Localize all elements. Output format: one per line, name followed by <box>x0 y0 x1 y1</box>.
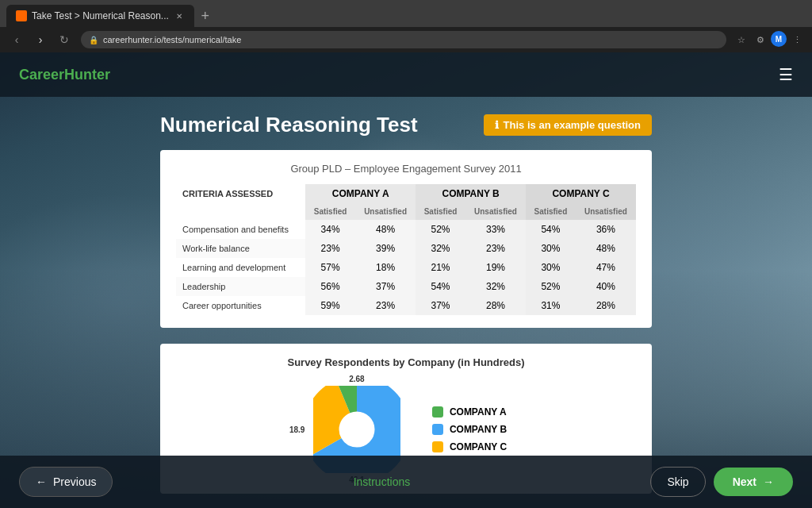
table-cell: 34% <box>305 220 355 239</box>
nav-bar: ‹ › ↻ 🔒 careerhunter.io/tests/numerical/… <box>0 27 812 52</box>
table-cell: 40% <box>576 277 636 296</box>
legend-color <box>432 406 443 418</box>
table-cell: 28% <box>465 296 526 315</box>
table-cell: 31% <box>526 296 576 315</box>
table-cell: 18% <box>355 258 416 277</box>
table-row: Career opportunities59%23%37%28%31%28% <box>176 296 636 315</box>
table-cell: 59% <box>305 296 355 315</box>
test-container: Numerical Reasoning Test ℹ This is an ex… <box>160 113 652 508</box>
menu-icon[interactable]: ⋮ <box>788 31 806 48</box>
table-cell: 47% <box>576 258 636 277</box>
content-area: Numerical Reasoning Test ℹ This is an ex… <box>0 97 812 508</box>
table-cell: 52% <box>416 220 465 239</box>
table-row: Compensation and benefits34%48%52%33%54%… <box>176 220 636 239</box>
table-cell: 48% <box>355 220 416 239</box>
logo-text1: Career <box>19 67 64 83</box>
company-c-unsatisfied: Unsatisfied <box>576 203 636 220</box>
table-cell: 23% <box>465 239 526 258</box>
legend-color <box>432 424 443 435</box>
table-cell: 19% <box>465 258 526 277</box>
next-label: Next <box>733 475 756 488</box>
legend-item: COMPANY B <box>432 424 507 435</box>
pie-label-top: 2.68 <box>349 375 364 383</box>
instructions-link[interactable]: Instructions <box>354 475 411 488</box>
nav-actions: ☆ ⚙ M ⋮ <box>733 31 806 48</box>
table-cell: 57% <box>305 258 355 277</box>
table-row: Leadership56%37%54%32%52%40% <box>176 277 636 296</box>
next-button[interactable]: Next → <box>714 468 793 496</box>
url-text: careerhunter.io/tests/numerical/take <box>103 35 241 44</box>
table-cell: 23% <box>305 239 355 258</box>
settings-icon[interactable]: ⚙ <box>752 31 769 48</box>
table-cell: 28% <box>576 296 636 315</box>
company-c-header: COMPANY C <box>526 184 636 203</box>
logo-text2: Hunter <box>64 67 110 83</box>
address-bar[interactable]: 🔒 careerhunter.io/tests/numerical/take <box>81 31 726 48</box>
table-cell: 39% <box>355 239 416 258</box>
active-tab[interactable]: Take Test > Numerical Reason... ✕ <box>6 5 194 27</box>
legend-label: COMPANY C <box>450 441 507 452</box>
table-cell: 30% <box>526 258 576 277</box>
test-header: Numerical Reasoning Test ℹ This is an ex… <box>160 113 652 137</box>
company-a-header: COMPANY A <box>305 184 416 203</box>
next-arrow-icon: → <box>763 475 774 488</box>
criteria-label: Work-life balance <box>176 239 305 258</box>
table-section: Group PLD – Employee Engagement Survey 2… <box>160 150 652 328</box>
info-icon: ℹ <box>495 119 499 131</box>
table-cell: 30% <box>526 239 576 258</box>
company-b-unsatisfied: Unsatisfied <box>465 203 526 220</box>
legend-label: COMPANY A <box>450 406 507 418</box>
browser-chrome: Take Test > Numerical Reason... ✕ + ‹ › … <box>0 0 812 52</box>
tab-title: Take Test > Numerical Reason... <box>32 10 169 21</box>
table-cell: 54% <box>526 220 576 239</box>
table-cell: 33% <box>465 220 526 239</box>
legend-color <box>432 441 443 452</box>
example-badge-text: This is an example question <box>504 119 641 131</box>
skip-button[interactable]: Skip <box>650 467 705 497</box>
table-cell: 37% <box>355 277 416 296</box>
chart-title: Survey Respondents by Company (in Hundre… <box>176 356 636 368</box>
table-cell: 48% <box>576 239 636 258</box>
table-row: Learning and development57%18%21%19%30%4… <box>176 258 636 277</box>
reload-button[interactable]: ↻ <box>54 29 75 50</box>
site-logo: CareerHunter <box>19 67 110 83</box>
table-subtitle: Group PLD – Employee Engagement Survey 2… <box>176 163 636 175</box>
previous-button[interactable]: ← Previous <box>19 467 113 497</box>
data-table: CRITERIA ASSESSED COMPANY A COMPANY B CO… <box>176 184 636 315</box>
new-tab-button[interactable]: + <box>194 5 216 27</box>
table-cell: 23% <box>355 296 416 315</box>
lock-icon: 🔒 <box>89 36 98 44</box>
bottom-nav: ← Previous Instructions Skip Next → <box>0 456 812 508</box>
prev-label: Previous <box>53 475 96 488</box>
table-cell: 32% <box>416 239 465 258</box>
legend-item: COMPANY C <box>432 441 507 452</box>
hamburger-menu[interactable]: ☰ <box>779 65 793 84</box>
company-a-satisfied: Satisfied <box>305 203 355 220</box>
main-content: CareerHunter ☰ Numerical Reasoning Test … <box>0 52 812 508</box>
legend-label: COMPANY B <box>450 424 507 435</box>
table-cell: 36% <box>576 220 636 239</box>
company-a-unsatisfied: Unsatisfied <box>355 203 416 220</box>
tab-close-button[interactable]: ✕ <box>174 10 185 21</box>
empty-sub-header <box>176 203 305 220</box>
criteria-label: Learning and development <box>176 258 305 277</box>
criteria-label: Compensation and benefits <box>176 220 305 239</box>
forward-button[interactable]: › <box>30 29 51 50</box>
back-button[interactable]: ‹ <box>6 29 27 50</box>
table-row: Work-life balance23%39%32%23%30%48% <box>176 239 636 258</box>
criteria-label: Leadership <box>176 277 305 296</box>
table-cell: 37% <box>416 296 465 315</box>
table-cell: 52% <box>526 277 576 296</box>
right-nav-buttons: Skip Next → <box>650 467 793 497</box>
table-cell: 56% <box>305 277 355 296</box>
table-cell: 54% <box>416 277 465 296</box>
bookmark-icon[interactable]: ☆ <box>733 31 750 48</box>
tab-favicon <box>16 10 27 21</box>
table-cell: 32% <box>465 277 526 296</box>
profile-avatar[interactable]: M <box>771 31 787 47</box>
test-title: Numerical Reasoning Test <box>160 113 418 137</box>
criteria-label: Career opportunities <box>176 296 305 315</box>
company-b-satisfied: Satisfied <box>416 203 465 220</box>
chart-legend: COMPANY ACOMPANY BCOMPANY C <box>432 406 507 452</box>
company-b-header: COMPANY B <box>416 184 526 203</box>
